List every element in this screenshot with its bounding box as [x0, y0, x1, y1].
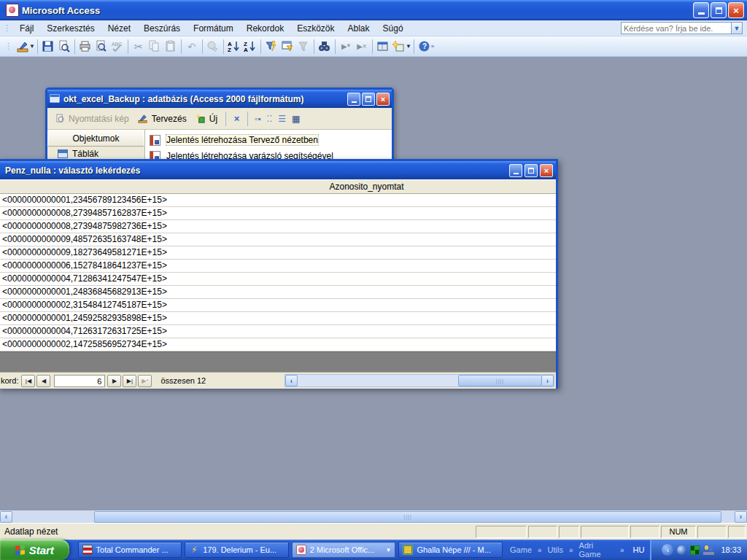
- view-icon[interactable]: [15, 39, 31, 55]
- hyperlink-icon[interactable]: [205, 39, 221, 55]
- column-header[interactable]: Azonosito_nyomtat: [0, 179, 556, 194]
- new-record-icon[interactable]: ▶*: [338, 39, 354, 55]
- list-view-icon[interactable]: ☰: [276, 114, 287, 124]
- filter-by-form-icon[interactable]: [279, 39, 295, 55]
- table-row[interactable]: <0000000000001,24592582935898E+15>: [0, 312, 556, 325]
- menu-tools[interactable]: Eszközök: [290, 22, 341, 35]
- toolbar-grip[interactable]: ⋮: [1, 42, 15, 51]
- last-record-button[interactable]: ▶|: [123, 375, 136, 387]
- chevron-icon[interactable]: »: [538, 546, 542, 554]
- ask-question-dropdown[interactable]: ▼: [732, 22, 743, 34]
- table-row[interactable]: <0000000000009,48572635163748E+15>: [0, 233, 556, 246]
- table-row[interactable]: <0000000000002,14725856952734E+15>: [0, 338, 556, 351]
- language-indicator[interactable]: HU: [633, 545, 645, 554]
- small-icons-view-icon[interactable]: ⁚⁚: [266, 114, 274, 124]
- start-button[interactable]: Start: [0, 540, 69, 560]
- tray-network-icon[interactable]: [677, 545, 686, 555]
- menu-help[interactable]: Súgó: [376, 22, 410, 35]
- details-view-icon[interactable]: ▦: [290, 114, 301, 124]
- toolbar-adri-game[interactable]: Adri Game: [579, 541, 614, 559]
- paste-icon[interactable]: [163, 39, 179, 55]
- scrollbar-thumb[interactable]: ||||: [94, 511, 721, 523]
- current-record-box[interactable]: 6: [54, 375, 105, 387]
- filter-by-selection-icon[interactable]: [263, 39, 279, 55]
- tray-users-icon[interactable]: [703, 545, 714, 555]
- menu-insert[interactable]: Beszúrás: [137, 22, 187, 35]
- query-maximize-button[interactable]: [525, 164, 538, 177]
- scrollbar-thumb[interactable]: ||||: [458, 375, 542, 386]
- table-row[interactable]: <0000000000001,24836845682913E+15>: [0, 286, 556, 299]
- new-object-icon[interactable]: [391, 39, 407, 55]
- table-row[interactable]: <0000000000006,15278418641237E+15>: [0, 260, 556, 273]
- db-close-button[interactable]: ×: [376, 93, 390, 106]
- taskbar-button-winamp[interactable]: ⚡ 179. Delerium - Eu...: [185, 542, 289, 558]
- chevron-icon[interactable]: »: [620, 546, 624, 554]
- table-row[interactable]: <0000000000002,31548412745187E+15>: [0, 299, 556, 312]
- scroll-right-icon[interactable]: ›: [735, 511, 747, 523]
- scroll-right-icon[interactable]: ›: [541, 375, 554, 386]
- save-icon[interactable]: [40, 39, 56, 55]
- query-close-button[interactable]: ×: [540, 164, 553, 177]
- table-row[interactable]: <0000000000008,27394857162837E+15>: [0, 207, 556, 220]
- toolbar-utils[interactable]: Utils: [548, 545, 563, 554]
- menu-format[interactable]: Formátum: [187, 22, 240, 35]
- query-minimize-button[interactable]: [509, 164, 522, 177]
- minimize-button[interactable]: [693, 2, 709, 18]
- print-icon[interactable]: [77, 39, 93, 55]
- first-record-button[interactable]: |◀: [21, 375, 35, 387]
- ask-question-input[interactable]: [621, 22, 732, 34]
- taskbar-clock[interactable]: 18:33: [721, 545, 741, 554]
- database-window-icon[interactable]: [375, 39, 391, 55]
- tray-app-icon[interactable]: [690, 545, 700, 555]
- table-row[interactable]: <0000000000008,27394875982736E+15>: [0, 220, 556, 233]
- toolbar-grip[interactable]: ⋮: [0, 23, 13, 33]
- file-search-icon[interactable]: [56, 39, 72, 55]
- table-row[interactable]: <0000000000004,71263172631725E+15>: [0, 325, 556, 338]
- toolbar-game[interactable]: Game: [510, 545, 532, 554]
- db-maximize-button[interactable]: [362, 93, 375, 106]
- menu-view[interactable]: Nézet: [101, 22, 137, 35]
- list-item[interactable]: Jelentés létrehozása Tervező nézetben: [147, 132, 392, 148]
- print-preview-icon[interactable]: [93, 39, 109, 55]
- design-button[interactable]: Tervezés: [135, 112, 190, 125]
- find-icon[interactable]: [317, 39, 333, 55]
- new-record-button[interactable]: ▶*: [138, 375, 152, 387]
- taskbar-button-office-group[interactable]: 2 Microsoft Offic... ▼: [292, 542, 396, 558]
- help-icon[interactable]: ?: [417, 39, 433, 55]
- restore-button[interactable]: [711, 2, 727, 18]
- close-button[interactable]: ×: [728, 2, 744, 18]
- sort-descending-icon[interactable]: ZA: [242, 39, 258, 55]
- scroll-left-icon[interactable]: ‹: [0, 511, 12, 523]
- delete-icon[interactable]: ×: [231, 113, 242, 124]
- taskbar-button-total-commander[interactable]: Total Commander ...: [78, 542, 182, 558]
- cut-icon[interactable]: ✂: [131, 39, 147, 55]
- previous-record-button[interactable]: ◀: [36, 375, 50, 387]
- new-object-dropdown-icon[interactable]: ▼: [406, 43, 411, 50]
- taskbar-button-browser[interactable]: Ghalla Népe /// - M...: [398, 542, 503, 558]
- scroll-left-icon[interactable]: ‹: [285, 375, 298, 386]
- new-button[interactable]: Új: [193, 112, 220, 125]
- menu-records[interactable]: Rekordok: [240, 22, 290, 35]
- menu-edit[interactable]: Szerkesztés: [40, 22, 101, 35]
- print-preview-button[interactable]: Nyomtatási kép: [52, 112, 132, 125]
- menu-file[interactable]: Fájl: [13, 22, 40, 35]
- menu-window[interactable]: Ablak: [341, 22, 376, 35]
- apply-filter-icon[interactable]: [295, 39, 311, 55]
- db-minimize-button[interactable]: [347, 93, 360, 106]
- copy-icon[interactable]: [147, 39, 163, 55]
- delete-record-icon[interactable]: ▶×: [354, 39, 370, 55]
- table-row[interactable]: <0000000000009,18273649581271E+15>: [0, 246, 556, 260]
- chevron-icon[interactable]: »: [569, 546, 573, 554]
- table-row[interactable]: <0000000000001,23456789123456E+15>: [0, 194, 556, 207]
- sort-ascending-icon[interactable]: AZ: [226, 39, 242, 55]
- undo-icon[interactable]: ↶: [184, 39, 200, 55]
- num-lock-indicator: NUM: [661, 526, 696, 538]
- next-record-button[interactable]: ▶: [107, 375, 121, 387]
- large-icons-view-icon[interactable]: ▫▪: [253, 114, 263, 124]
- objects-header-button[interactable]: Objektumok: [47, 130, 144, 147]
- toolbar-overflow-icon[interactable]: »: [431, 43, 434, 50]
- spelling-icon[interactable]: ABC: [109, 39, 125, 55]
- view-dropdown-icon[interactable]: ▼: [29, 43, 35, 50]
- table-row[interactable]: <0000000000004,71286341247547E+15>: [0, 273, 556, 286]
- tray-collapse-icon[interactable]: ‹: [662, 544, 673, 556]
